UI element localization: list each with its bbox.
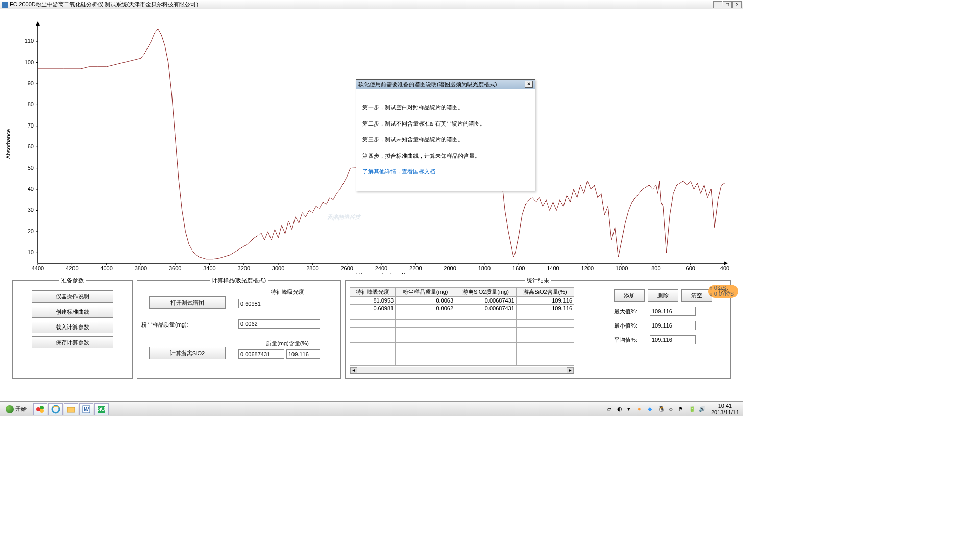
- svg-text:4400: 4400: [32, 265, 44, 271]
- tray-icon[interactable]: ▾: [627, 406, 634, 413]
- table-header: 游离SiO2质量(mg): [455, 288, 517, 297]
- svg-text:80: 80: [28, 101, 34, 107]
- tray-icon[interactable]: ◆: [648, 406, 655, 413]
- statistics-legend: 统计结果: [525, 277, 551, 284]
- table-row[interactable]: [350, 320, 574, 328]
- result-mass-input[interactable]: [238, 349, 284, 359]
- add-button[interactable]: 添加: [614, 289, 645, 302]
- max-value[interactable]: [650, 307, 696, 316]
- results-table: 特征峰吸光度粉尘样品质量(mg)游离SiO2质量(mg)游离SiO2含量(%) …: [350, 287, 574, 366]
- taskbar-app-1[interactable]: [33, 403, 47, 415]
- svg-text:1000: 1000: [616, 265, 628, 271]
- calc-sio2-button[interactable]: 计算游离SiO2: [149, 347, 226, 359]
- table-row[interactable]: [350, 312, 574, 320]
- instrument-manual-button[interactable]: 仪器操作说明: [32, 290, 113, 303]
- table-row[interactable]: [350, 343, 574, 350]
- dust-mass-label: 粉尘样品质量(mg):: [141, 321, 233, 329]
- dialog-link[interactable]: 了解其他详情，查看国标文档: [362, 168, 435, 174]
- min-label: 最小值%:: [614, 322, 650, 330]
- avg-label: 平均值%:: [614, 336, 650, 344]
- svg-text:2000: 2000: [444, 265, 456, 271]
- dialog-titlebar[interactable]: 软化使用前需要准备的谱图说明(谱图必须为吸光度格式) ×: [356, 80, 535, 89]
- avg-value[interactable]: [650, 335, 696, 344]
- svg-text:2600: 2600: [340, 265, 353, 271]
- svg-text:60: 60: [28, 143, 34, 149]
- taskbar-word[interactable]: W: [79, 403, 93, 415]
- svg-rect-74: [67, 407, 75, 412]
- tray-icon[interactable]: 🔋: [689, 406, 696, 413]
- calculate-panel: 计算样品(吸光度格式) 打开测试谱图 粉尘样品质量(mg): 计算游离SiO2 …: [137, 277, 341, 379]
- svg-text:3400: 3400: [203, 265, 215, 271]
- svg-text:4000: 4000: [100, 265, 112, 271]
- tray-icon[interactable]: ●: [638, 406, 645, 413]
- svg-text:30: 30: [28, 207, 34, 213]
- prepare-panel: 准备参数 仪器操作说明 创建标准曲线 载入计算参数 保存计算参数: [12, 277, 133, 379]
- taskbar-ie[interactable]: [48, 403, 63, 415]
- min-value[interactable]: [650, 321, 696, 330]
- svg-text:70: 70: [28, 122, 34, 129]
- svg-text:4200: 4200: [66, 265, 78, 271]
- svg-text:20: 20: [28, 228, 34, 234]
- table-row[interactable]: 81.09530.00630.00687431109.116: [350, 297, 574, 305]
- svg-text:Absorbance: Absorbance: [5, 129, 11, 159]
- table-header: 粉尘样品质量(mg): [396, 288, 455, 297]
- svg-text:800: 800: [651, 265, 660, 271]
- dust-mass-input[interactable]: [238, 319, 320, 329]
- app-icon: [2, 2, 8, 8]
- svg-text:W: W: [84, 406, 90, 412]
- create-std-curve-button[interactable]: 创建标准曲线: [32, 306, 113, 318]
- svg-text:Wavenumber(cm-1): Wavenumber(cm-1): [357, 272, 406, 274]
- table-header: 游离SiO2含量(%): [516, 288, 574, 297]
- tray-icon[interactable]: 🐧: [658, 406, 665, 413]
- save-calc-params-button[interactable]: 保存计算参数: [32, 336, 113, 348]
- table-row[interactable]: [350, 335, 574, 343]
- peak-abs-input[interactable]: [238, 299, 320, 308]
- statistics-panel: 统计结果 特征峰吸光度粉尘样品质量(mg)游离SiO2质量(mg)游离SiO2含…: [345, 277, 731, 379]
- table-row[interactable]: [350, 328, 574, 335]
- step-3: 第三步，测试未知含量样品锭片的谱图。: [362, 135, 529, 144]
- table-row[interactable]: [350, 358, 574, 366]
- open-spectrum-button[interactable]: 打开测试谱图: [149, 296, 226, 309]
- clear-button[interactable]: 清空: [681, 289, 712, 302]
- minimize-button[interactable]: _: [713, 1, 722, 8]
- svg-text:3000: 3000: [272, 265, 284, 271]
- table-row[interactable]: 0.609810.00620.00687431109.116: [350, 305, 574, 312]
- peak-abs-label: 特征峰吸光度: [238, 288, 336, 296]
- svg-text:2800: 2800: [306, 265, 318, 271]
- svg-text:3200: 3200: [238, 265, 250, 271]
- maximize-button[interactable]: □: [723, 1, 732, 8]
- window-controls: _ □ ×: [713, 1, 742, 8]
- delete-button[interactable]: 删除: [648, 289, 678, 302]
- step-4: 第四步，拟合标准曲线，计算未知样品的含量。: [362, 152, 529, 161]
- close-button[interactable]: ×: [732, 1, 742, 8]
- tray-icon[interactable]: ☼: [668, 406, 675, 413]
- table-scrollbar[interactable]: ◄►: [350, 367, 574, 374]
- taskbar-app-5[interactable]: SiO₂: [94, 403, 109, 415]
- svg-point-72: [40, 409, 44, 413]
- calculate-legend: 计算样品(吸光度格式): [210, 277, 268, 284]
- taskbar-clock[interactable]: 10:412013/11/11: [709, 403, 741, 415]
- dialog-close-button[interactable]: ×: [525, 81, 533, 88]
- table-row[interactable]: [350, 350, 574, 358]
- svg-text:1200: 1200: [581, 265, 594, 271]
- mass-content-label: 质量(mg)含量(%): [238, 340, 336, 347]
- tray-volume-icon[interactable]: 🔊: [699, 406, 706, 413]
- dialog-body: 第一步，测试空白对照样品锭片的谱图。 第二步，测试不同含量标准a-石英尘锭片的谱…: [356, 89, 535, 191]
- load-calc-params-button[interactable]: 载入计算参数: [32, 321, 113, 333]
- taskbar-explorer[interactable]: [64, 403, 78, 415]
- svg-text:3600: 3600: [169, 265, 181, 271]
- svg-text:1800: 1800: [478, 265, 491, 271]
- start-button[interactable]: 开始: [2, 404, 30, 415]
- svg-text:90: 90: [28, 80, 34, 86]
- max-label: 最大值%:: [614, 308, 650, 315]
- svg-text:600: 600: [686, 265, 695, 271]
- svg-text:100: 100: [24, 59, 34, 65]
- start-orb-icon: [6, 405, 14, 413]
- tray-icon[interactable]: ⚑: [678, 406, 685, 413]
- tray-icon[interactable]: ◐: [617, 406, 624, 413]
- svg-text:3800: 3800: [135, 265, 147, 271]
- tray-icon[interactable]: ▱: [607, 406, 614, 413]
- prepare-legend: 准备参数: [59, 277, 86, 284]
- svg-text:1400: 1400: [547, 265, 559, 271]
- result-content-input[interactable]: [286, 349, 320, 359]
